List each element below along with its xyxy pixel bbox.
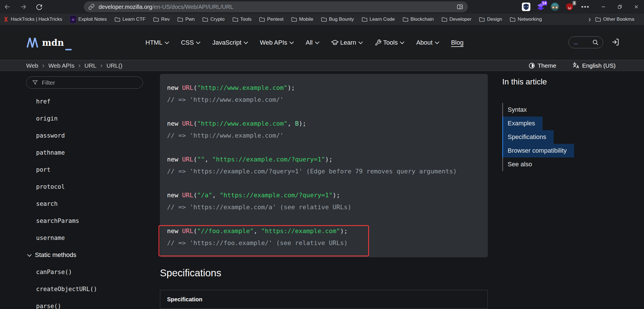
sidebar-item-createobjecturl[interactable]: createObjectURL() xyxy=(26,281,153,298)
toc-item-browser-compatibility[interactable]: Browser compatibility xyxy=(502,144,574,157)
link-icon xyxy=(88,4,95,10)
url-path: /en-US/docs/Web/API/URL/URL xyxy=(152,4,233,10)
bookmark-label: HackTricks | HackTricks xyxy=(11,16,62,22)
code-line: // => 'http://www.example.com/' xyxy=(167,130,488,142)
nav-item-tools[interactable]: Tools xyxy=(375,39,404,46)
sidebar-item-href[interactable]: href xyxy=(26,93,153,110)
breadcrumb-item[interactable]: Web APIs xyxy=(48,62,74,69)
chevron-down-icon xyxy=(400,40,405,44)
folder-icon xyxy=(232,17,238,22)
breadcrumb-item[interactable]: URL() xyxy=(107,62,122,69)
forward-button[interactable] xyxy=(17,1,30,13)
toc-item-syntax[interactable]: Syntax xyxy=(502,103,534,117)
sidebar-item-parse[interactable]: parse() xyxy=(26,298,153,309)
nav-item-learn[interactable]: Learn xyxy=(331,39,362,46)
spy-extension-icon[interactable] xyxy=(551,2,559,11)
toc-list: SyntaxExamplesSpecificationsBrowser comp… xyxy=(502,103,574,171)
chevron-down-icon xyxy=(196,40,201,44)
breadcrumb-item[interactable]: Web xyxy=(26,62,38,69)
split-screen-icon[interactable] xyxy=(457,3,463,10)
sidebar-item-port[interactable]: port xyxy=(26,161,153,178)
bookmark-item[interactable]: Rev xyxy=(153,16,170,22)
purple-extension-icon[interactable]: 14 xyxy=(536,2,545,11)
bookmark-label: Pentest xyxy=(267,16,284,22)
bookmark-item[interactable]: Design xyxy=(479,16,502,22)
address-bar[interactable]: developer.mozilla.org/en-US/docs/Web/API… xyxy=(84,1,468,12)
bookmark-item[interactable]: Pentest xyxy=(259,16,284,22)
bookmark-item[interactable]: Mobile xyxy=(291,16,313,22)
breadcrumb-item[interactable]: URL xyxy=(84,62,96,69)
nav-item-web-apis[interactable]: Web APIs xyxy=(260,39,293,46)
sign-in-icon[interactable] xyxy=(611,38,619,46)
bookmark-label: Learn Code xyxy=(370,16,395,22)
extensions-row: >_< 14 xyxy=(522,2,589,11)
bookmark-item[interactable]: Pwn xyxy=(177,16,195,22)
bookmark-item[interactable]: HackTricks | HackTricks xyxy=(3,16,62,22)
sidebar-item-canparse[interactable]: canParse() xyxy=(26,264,153,281)
minimize-button[interactable] xyxy=(595,0,612,14)
sidebar-item-searchparams[interactable]: searchParams xyxy=(26,212,153,229)
nav-label: CSS xyxy=(181,39,194,46)
language-button[interactable]: English (US) xyxy=(572,62,616,69)
nav-item-about[interactable]: About xyxy=(416,39,439,46)
extension-badge: 3 xyxy=(572,1,576,5)
nav-label: About xyxy=(416,39,433,46)
sidebar-item-label: pathname xyxy=(36,149,65,156)
sidebar-filter-input[interactable]: Filter xyxy=(26,76,143,89)
nav-label: Learn xyxy=(340,39,356,46)
close-button[interactable] xyxy=(628,0,644,14)
other-bookmarks[interactable]: Other Bookma xyxy=(595,16,634,22)
nav-item-css[interactable]: CSS xyxy=(181,39,200,46)
bookmark-item[interactable]: Tools xyxy=(232,16,252,22)
sidebar-item-protocol[interactable]: protocol xyxy=(26,178,153,195)
sidebar-item-search[interactable]: search xyxy=(26,195,153,212)
sidebar-item-label: Static methods xyxy=(35,251,76,259)
bookmark-item[interactable]: Networking xyxy=(510,16,542,22)
bookmark-label: Tools xyxy=(240,16,252,22)
dev-shield-extension-icon[interactable]: >_< xyxy=(522,2,530,11)
bookmark-item[interactable]: Developer xyxy=(441,16,472,22)
nav-item-javascript[interactable]: JavaScript xyxy=(212,39,247,46)
folder-icon xyxy=(595,17,601,22)
nav-item-html[interactable]: HTML xyxy=(145,39,168,46)
bookmarks-overflow-chevron[interactable]: › xyxy=(589,14,591,24)
bookmark-item[interactable]: ☠Exploit Notes xyxy=(70,16,107,23)
breadcrumb-bar: Web›Web APIs›URL›URL() Theme English (US… xyxy=(0,60,644,71)
back-button[interactable] xyxy=(1,1,14,13)
theme-button[interactable]: Theme xyxy=(528,62,556,69)
sidebar-item-pathname[interactable]: pathname xyxy=(26,144,153,161)
toolbar-overflow-icon[interactable]: ••• xyxy=(581,3,589,11)
site-search[interactable]: _ xyxy=(568,36,603,48)
bookmark-item[interactable]: Bug Bounty xyxy=(321,16,354,22)
bookmark-item[interactable]: Learn CTF xyxy=(114,16,145,22)
filter-placeholder: Filter xyxy=(42,79,55,86)
bookmark-item[interactable]: Crypto xyxy=(202,16,224,22)
nav-item-all[interactable]: All xyxy=(306,39,318,46)
nav-item-blog[interactable]: Blog xyxy=(451,39,464,46)
browser-window: developer.mozilla.org/en-US/docs/Web/API… xyxy=(0,0,644,309)
sidebar-item-origin[interactable]: origin xyxy=(26,110,153,127)
sidebar-item-label: search xyxy=(36,200,58,207)
wrench-icon xyxy=(375,39,382,46)
search-placeholder: _ xyxy=(574,37,578,45)
back-arrow-icon xyxy=(4,3,11,10)
bookmark-label: Blockchain xyxy=(410,16,434,22)
bookmark-item[interactable]: Learn Code xyxy=(362,16,395,22)
mdn-logo-icon xyxy=(26,37,40,48)
wappalyzer-extension-icon[interactable]: ω 3 xyxy=(565,2,574,11)
code-line: new URL("http://www.example.com", B); xyxy=(167,118,488,130)
toc-item-see-also[interactable]: See also xyxy=(502,157,539,171)
sidebar-item-static-methods[interactable]: Static methods xyxy=(26,246,153,264)
sidebar-item-username[interactable]: username xyxy=(26,229,153,246)
folder-icon xyxy=(321,17,327,22)
bookmark-label: Pwn xyxy=(185,16,195,22)
toc-item-specifications[interactable]: Specifications xyxy=(502,130,554,144)
sidebar-item-password[interactable]: password xyxy=(26,127,153,144)
sidebar-item-label: href xyxy=(36,98,51,105)
mdn-logo[interactable]: mdn xyxy=(26,25,72,60)
forward-arrow-icon xyxy=(20,3,27,10)
restore-button[interactable] xyxy=(612,0,628,14)
toc-item-examples[interactable]: Examples xyxy=(502,117,543,130)
bookmark-item[interactable]: Blockchain xyxy=(403,16,434,22)
reload-button[interactable] xyxy=(33,1,45,13)
